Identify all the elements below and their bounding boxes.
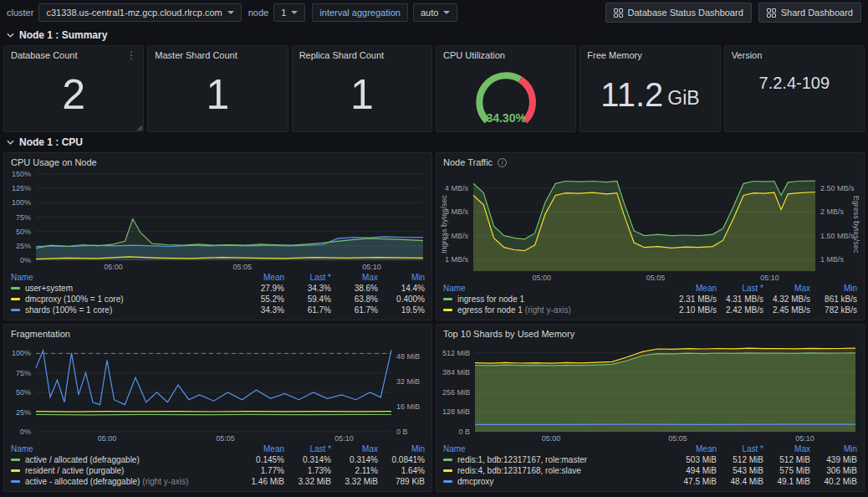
panel-node-traffic: Node Traffic i Ingress bytes/sec Egress … xyxy=(436,152,865,320)
legend-cell: 61.7% xyxy=(331,305,378,315)
panel-title[interactable]: Master Shard Count xyxy=(148,46,287,62)
panel-title[interactable]: Replica Shard Count xyxy=(293,46,431,62)
legend-column-header[interactable]: Mean xyxy=(670,443,717,454)
legend-column-header[interactable]: Max xyxy=(331,272,378,283)
svg-text:1 MB/s: 1 MB/s xyxy=(445,255,469,264)
legend-series-name[interactable]: egress for node 1 (right y-axis) xyxy=(443,305,670,315)
panel-title[interactable]: CPU Usage on Node xyxy=(4,153,431,169)
legend-column-header[interactable]: Min xyxy=(810,283,857,294)
legend-series-name[interactable]: redis:4, bdb:12317168, role:slave xyxy=(443,465,670,476)
section-node-cpu[interactable]: Node 1 : CPU xyxy=(0,134,868,151)
svg-text:1.50 MB/s: 1.50 MB/s xyxy=(820,232,855,240)
legend-column-header[interactable]: Max xyxy=(763,443,810,454)
svg-text:2 MB/s: 2 MB/s xyxy=(445,232,469,240)
panel-master-shard-count: Master Shard Count 1 xyxy=(147,45,288,132)
panel-title-text: CPU Utilization xyxy=(443,50,505,60)
panel-title-text: Database Count xyxy=(11,50,78,60)
section-node-summary[interactable]: Node 1 : Summary xyxy=(0,27,868,44)
svg-text:05:05: 05:05 xyxy=(668,434,687,443)
legend-series-name[interactable]: active / allocated (defraggable) xyxy=(11,454,237,465)
panel-title[interactable]: Free Memory xyxy=(580,46,719,62)
panel-title-text: CPU Usage on Node xyxy=(11,157,97,167)
legend-series-name[interactable]: active - allocated (defraggable) (right … xyxy=(11,476,237,487)
svg-text:05:00: 05:00 xyxy=(104,263,123,271)
series-color-swatch xyxy=(443,459,452,461)
legend-column-header[interactable]: Min xyxy=(378,443,425,454)
legend-series-name[interactable]: user+system xyxy=(11,283,237,294)
chevron-down-icon xyxy=(227,11,234,14)
svg-text:256 MiB: 256 MiB xyxy=(442,388,470,397)
panel-title[interactable]: Version xyxy=(725,46,864,62)
panel-title-text: Free Memory xyxy=(587,50,641,60)
legend-cell: 503 MiB xyxy=(670,454,717,465)
cluster-label: cluster xyxy=(7,8,33,18)
chart-canvas[interactable]: 0%25%50%75%100%125%150%05:0005:0505:10 xyxy=(4,169,431,271)
chart-canvas[interactable]: 0%25%50%75%100%0 B16 MiB32 MiB48 MiB05:0… xyxy=(4,341,431,443)
legend-cell: 2.31 MB/s xyxy=(670,294,717,305)
legend-column-header[interactable]: Last * xyxy=(284,272,331,283)
legend-column-header[interactable]: Name xyxy=(11,443,237,454)
legend-cell: 55.2% xyxy=(237,294,284,305)
svg-text:05:10: 05:10 xyxy=(334,434,354,443)
cluster-select[interactable]: c31338.us-central1-mz.gcp.cloud.rlrcp.co… xyxy=(38,3,241,22)
panel-menu-icon[interactable]: ⋮ xyxy=(126,51,136,59)
interval-variable: interval aggregation auto xyxy=(312,3,457,22)
legend-column-header[interactable]: Last * xyxy=(284,443,331,454)
legend-series-name[interactable]: shards (100% = 1 core) xyxy=(11,305,237,315)
svg-text:05:05: 05:05 xyxy=(233,263,253,271)
legend-series-name[interactable]: resident / active (purgable) xyxy=(11,465,237,476)
legend-series-name[interactable]: redis:1, bdb:12317167, role:master xyxy=(443,454,670,465)
panel-cpu-usage: CPU Usage on Node percents 0%25%50%75%10… xyxy=(3,152,432,320)
legend-series-name[interactable]: ingress for node 1 xyxy=(443,294,670,305)
legend-cell: 1.73% xyxy=(284,465,331,476)
legend-column-header[interactable]: Mean xyxy=(237,272,284,283)
panel-title[interactable]: Top 10 Shards by Used Memory xyxy=(437,325,864,341)
legend-series-row: ingress for node 12.31 MB/s4.31 MB/s4.32… xyxy=(443,294,857,305)
legend-cell: 2.45 MB/s xyxy=(763,305,810,315)
legend-cell: 63.8% xyxy=(331,294,378,305)
legend-cell: 3.32 MiB xyxy=(284,476,331,487)
legend-column-header[interactable]: Mean xyxy=(670,283,717,294)
legend-column-header[interactable]: Mean xyxy=(237,443,284,454)
legend-column-header[interactable]: Name xyxy=(443,443,670,454)
panel-title[interactable]: Database Count ⋮ xyxy=(4,46,143,62)
button-label: Database Status Dashboard xyxy=(628,8,743,18)
svg-text:05:05: 05:05 xyxy=(646,274,666,282)
legend-column-header[interactable]: Name xyxy=(11,272,237,283)
panel-title[interactable]: Node Traffic i xyxy=(437,153,864,169)
legend-column-header[interactable]: Min xyxy=(810,443,857,454)
svg-text:0 B: 0 B xyxy=(458,428,470,436)
svg-text:05:10: 05:10 xyxy=(795,434,814,443)
legend-column-header[interactable]: Name xyxy=(443,283,670,294)
legend-series-name[interactable]: dmcproxy (100% = 1 core) xyxy=(11,294,237,305)
svg-text:2.50 MB/s: 2.50 MB/s xyxy=(820,184,855,192)
legend-series-row: active / allocated (defraggable)0.145%0.… xyxy=(11,454,425,465)
interval-select[interactable]: auto xyxy=(413,3,457,22)
node-select[interactable]: 1 xyxy=(273,3,305,22)
legend-column-header[interactable]: Max xyxy=(763,283,810,294)
legend-series-row: resident / active (purgable)1.77%1.73%2.… xyxy=(11,465,425,476)
cpu-chart-grid: CPU Usage on Node percents 0%25%50%75%10… xyxy=(3,152,865,492)
legend-column-header[interactable]: Max xyxy=(331,443,378,454)
chart-canvas[interactable]: 0 B128 MiB256 MiB384 MiB512 MiB05:0005:0… xyxy=(437,341,864,443)
cluster-variable: cluster c31338.us-central1-mz.gcp.cloud.… xyxy=(7,3,242,22)
svg-text:50%: 50% xyxy=(16,228,31,236)
series-color-swatch xyxy=(11,469,20,472)
panel-title[interactable]: CPU Utilization xyxy=(437,46,575,62)
legend-column-header[interactable]: Min xyxy=(378,272,425,283)
shard-dashboard-button[interactable]: Shard Dashboard xyxy=(758,3,861,23)
chart-canvas[interactable]: 1 MB/s2 MB/s3 MB/s4 MB/s1 MB/s1.50 MB/s2… xyxy=(437,169,864,282)
svg-text:75%: 75% xyxy=(16,369,31,377)
info-icon[interactable]: i xyxy=(498,158,507,167)
button-label: Shard Dashboard xyxy=(781,8,853,18)
svg-text:125%: 125% xyxy=(12,184,31,192)
panel-title[interactable]: Fragmentation xyxy=(4,325,431,341)
panel-resize-handle[interactable] xyxy=(136,125,142,131)
svg-text:100%: 100% xyxy=(12,349,31,357)
legend-column-header[interactable]: Last * xyxy=(717,283,763,294)
legend-series-name[interactable]: dmcproxy xyxy=(443,476,670,487)
legend-cell: 861 kB/s xyxy=(810,294,857,305)
database-status-dashboard-button[interactable]: Database Status Dashboard xyxy=(605,3,752,23)
legend-column-header[interactable]: Last * xyxy=(717,443,763,454)
svg-text:100%: 100% xyxy=(12,198,31,207)
